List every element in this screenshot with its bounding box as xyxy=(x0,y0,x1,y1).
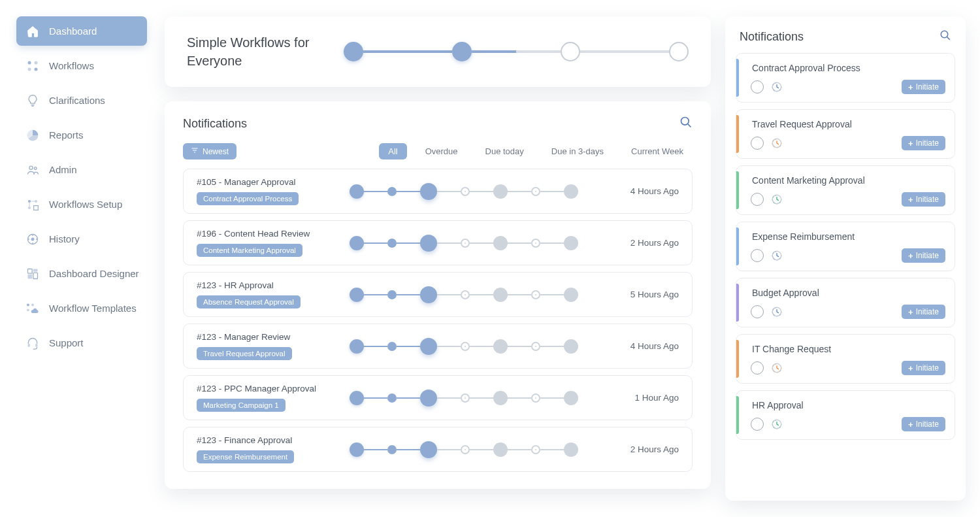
pie-icon xyxy=(25,128,40,142)
workflow-stripe xyxy=(736,171,739,209)
step-line xyxy=(470,449,493,450)
initiate-button[interactable]: + Initiate xyxy=(902,136,945,150)
svg-point-21 xyxy=(941,31,948,38)
sidebar-item-workflows[interactable]: Workflows xyxy=(16,51,147,80)
step-line xyxy=(364,242,387,244)
svg-point-8 xyxy=(28,206,31,208)
step-done-icon xyxy=(387,393,397,403)
notification-time: 2 Hours Ago xyxy=(600,444,679,454)
sidebar-item-workflow-templates[interactable]: Workflow Templates xyxy=(16,293,147,323)
step-pending-icon xyxy=(461,187,470,196)
workflow-card[interactable]: Budget Approval + Initiate xyxy=(736,278,955,327)
plus-icon: + xyxy=(908,195,913,204)
step-line xyxy=(437,294,461,295)
workflow-icons xyxy=(751,80,783,93)
workflows-panel: Notifications Contract Approval Process … xyxy=(725,16,966,501)
workflow-stripe xyxy=(736,284,739,322)
filter-tab-due-3days[interactable]: Due in 3-days xyxy=(542,143,613,159)
sort-button[interactable]: Newest xyxy=(183,143,237,159)
step-line xyxy=(397,346,420,347)
initiate-button[interactable]: + Initiate xyxy=(902,305,945,319)
notification-row[interactable]: #123 - Manager Review Travel Request App… xyxy=(183,324,693,369)
history-icon xyxy=(25,232,40,246)
sidebar-item-reports[interactable]: Reports xyxy=(16,120,147,150)
sidebar-item-label: Support xyxy=(49,337,84,348)
step-line xyxy=(470,294,493,295)
filter-tab-overdue[interactable]: Overdue xyxy=(416,143,467,159)
workflow-title: HR Approval xyxy=(747,400,945,410)
filter-tab-due-today[interactable]: Due today xyxy=(476,143,533,159)
step-line xyxy=(364,449,387,450)
workflow-card[interactable]: HR Approval + Initiate xyxy=(736,390,955,440)
step-current-icon xyxy=(420,338,437,355)
sidebar-item-dashboard[interactable]: Dashboard xyxy=(16,16,147,46)
step-line xyxy=(470,397,493,399)
notification-progress xyxy=(343,183,585,200)
step-pending-icon xyxy=(531,342,540,351)
step-line xyxy=(437,397,461,399)
status-circle-icon xyxy=(751,305,764,318)
workflow-card[interactable]: IT Change Request + Initiate xyxy=(736,334,955,384)
notifications-panel: Notifications Newest All Overdue Due tod… xyxy=(165,101,711,489)
initiate-button[interactable]: + Initiate xyxy=(902,80,945,94)
sort-label: Newest xyxy=(203,147,229,156)
workflow-footer: + Initiate xyxy=(747,305,945,319)
svg-point-0 xyxy=(28,61,31,64)
filter-tab-current-wk[interactable]: Current Week xyxy=(622,143,693,159)
sidebar-item-clarifications[interactable]: Clarifications xyxy=(16,86,147,115)
initiate-label: Initiate xyxy=(916,139,939,148)
workflows-header: Notifications xyxy=(736,29,955,53)
initiate-button[interactable]: + Initiate xyxy=(902,248,945,263)
initiate-button[interactable]: + Initiate xyxy=(902,361,945,375)
initiate-button[interactable]: + Initiate xyxy=(902,417,945,431)
progress-line xyxy=(580,50,669,53)
step-done-icon xyxy=(387,187,397,196)
notification-info: #123 - HR Approval Absence Request Appro… xyxy=(197,280,327,309)
svg-rect-12 xyxy=(33,269,38,271)
workflow-stripe xyxy=(736,227,739,265)
step-line xyxy=(397,397,420,399)
initiate-button[interactable]: + Initiate xyxy=(902,192,945,207)
workflow-title: Contract Approval Process xyxy=(747,63,945,73)
sidebar-item-admin[interactable]: Admin xyxy=(16,155,147,184)
svg-rect-14 xyxy=(28,274,33,278)
notification-row[interactable]: #123 - HR Approval Absence Request Appro… xyxy=(183,272,693,317)
search-icon[interactable] xyxy=(939,29,951,44)
workflow-footer: + Initiate xyxy=(747,192,945,207)
workflow-card[interactable]: Contract Approval Process + Initiate xyxy=(736,53,955,103)
sidebar-item-history[interactable]: History xyxy=(16,224,147,254)
search-icon[interactable] xyxy=(679,116,693,131)
step-pending-icon xyxy=(493,184,508,199)
clock-icon xyxy=(770,418,783,431)
sidebar-item-dashboard-designer[interactable]: Dashboard Designer xyxy=(16,259,147,288)
notification-row[interactable]: #105 - Manager Approval Contract Approva… xyxy=(183,169,693,214)
plus-icon: + xyxy=(908,252,913,260)
step-line xyxy=(508,294,531,295)
workflows-list: Contract Approval Process + Initiate Tra… xyxy=(736,53,955,489)
step-pending-icon xyxy=(461,290,470,299)
step-line xyxy=(540,242,564,244)
notification-time: 4 Hours Ago xyxy=(600,341,679,351)
workflow-card[interactable]: Expense Reimbursement + Initiate xyxy=(736,222,955,271)
step-pending-icon xyxy=(564,391,578,405)
step-done-icon xyxy=(350,236,364,250)
workflow-card[interactable]: Content Marketing Approval + Initiate xyxy=(736,165,955,215)
filter-tab-all[interactable]: All xyxy=(379,143,406,159)
notification-row[interactable]: #123 - Finance Approval Expense Reimburs… xyxy=(183,427,693,472)
step-line xyxy=(397,242,420,244)
step-done-icon xyxy=(350,184,364,199)
sidebar-item-label: Dashboard Designer xyxy=(49,268,139,279)
notifications-header: Notifications xyxy=(183,116,693,131)
progress-step-3 xyxy=(561,42,580,61)
notification-row[interactable]: #123 - PPC Manager Approval Marketing Ca… xyxy=(183,375,693,420)
sidebar-item-support[interactable]: Support xyxy=(16,328,147,358)
sidebar-item-workflows-setup[interactable]: Workflows Setup xyxy=(16,190,147,219)
notification-row[interactable]: #196 - Content Head Review Content Marke… xyxy=(183,220,693,265)
step-done-icon xyxy=(387,239,397,248)
svg-point-5 xyxy=(34,167,37,169)
initiate-label: Initiate xyxy=(916,195,939,204)
clock-icon xyxy=(770,137,783,150)
step-done-icon xyxy=(350,442,364,457)
workflow-card[interactable]: Travel Request Approval + Initiate xyxy=(736,109,955,159)
sort-icon xyxy=(191,146,199,156)
